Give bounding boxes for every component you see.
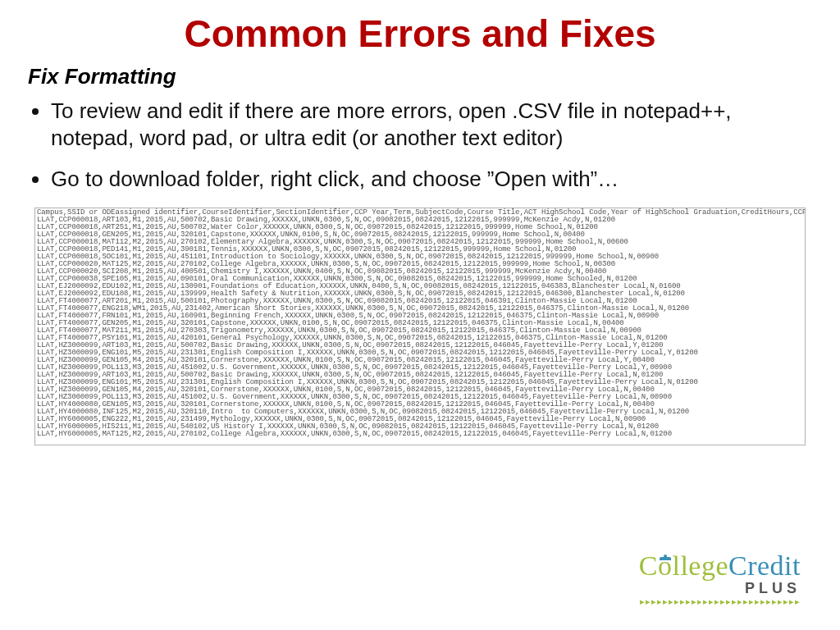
college-credit-plus-logo: CollegeCredit PLUS ▸▸▸▸▸▸▸▸▸▸▸▸▸▸▸▸▸▸▸▸▸… (639, 550, 801, 607)
logo-text-college-c: C (639, 550, 658, 581)
slide-title: Common Errors and Fixes (0, 0, 840, 56)
logo-graduation-cap-icon: o (658, 550, 673, 582)
bullet-list: To review and edit if there are more err… (0, 98, 840, 193)
logo-text-plus: PLUS (639, 580, 801, 597)
logo-arrow-decoration: ▸▸▸▸▸▸▸▸▸▸▸▸▸▸▸▸▸▸▸▸▸▸▸▸▸▸▸▸ (639, 596, 801, 607)
logo-text-college-rest: llege (672, 550, 728, 581)
slide-subtitle: Fix Formatting (0, 56, 840, 98)
csv-screenshot: Campus,SSID or ODEassigned identifier,Co… (34, 208, 806, 445)
csv-text: Campus,SSID or ODEassigned identifier,Co… (35, 208, 805, 439)
bullet-item: To review and edit if there are more err… (51, 98, 802, 151)
bullet-item: Go to download folder, right click, and … (51, 166, 802, 193)
logo-text-credit: Credit (728, 550, 801, 581)
